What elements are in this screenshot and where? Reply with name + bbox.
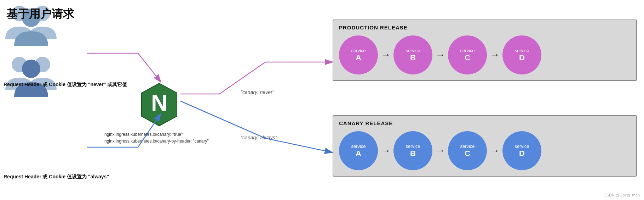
production-service-b-label: service: [406, 48, 420, 53]
canary-service-d: service D: [502, 131, 541, 170]
svg-text:N: N: [151, 90, 167, 116]
production-service-d-letter: D: [519, 53, 525, 62]
canary-service-b-letter: B: [410, 149, 416, 158]
production-service-c: service C: [448, 35, 487, 74]
production-services-row: service A → service B → service C → serv…: [339, 35, 631, 74]
nginx-annotation-1: nginx.ingress.kubernetes.io/canary: "tru…: [104, 131, 209, 138]
production-release-title: PRODUCTION RELEASE: [339, 24, 631, 30]
production-service-d-label: service: [514, 48, 529, 53]
canary-service-d-letter: D: [519, 149, 525, 158]
canary-service-c-label: service: [460, 144, 475, 149]
production-service-d: service D: [502, 35, 541, 74]
canary-service-d-label: service: [514, 144, 529, 149]
canary-release-box: CANARY RELEASE service A → service B → s…: [333, 115, 637, 177]
arrow-2: →: [435, 49, 445, 61]
nginx-icon: N: [138, 82, 180, 128]
canary-service-b-label: service: [406, 144, 420, 149]
nginx-annotation-2: nginx.ingress.kubernetes.io/canary-by-he…: [104, 138, 209, 145]
production-service-c-label: service: [460, 48, 475, 53]
canary-service-a-label: service: [351, 144, 366, 149]
page-title: 基于用户请求: [6, 6, 74, 22]
label-bottom: Request Header 或 Cookie 值设置为 "always": [4, 174, 109, 180]
svg-point-5: [22, 60, 40, 78]
canary-arrow-3: →: [490, 145, 500, 156]
canary-arrow-1: →: [381, 145, 391, 156]
arrow-1: →: [381, 49, 391, 61]
production-service-a: service A: [339, 35, 378, 74]
canary-service-c-letter: C: [465, 149, 470, 158]
production-service-a-label: service: [351, 48, 366, 53]
canary-service-a: service A: [339, 131, 378, 170]
label-top: Request Header 或 Cookie 值设置为 "never" 或其它…: [4, 82, 127, 88]
canary-services-row: service A → service B → service C → serv…: [339, 131, 631, 170]
canary-always-annotation: "canary: always": [241, 135, 277, 140]
production-service-b: service B: [393, 35, 432, 74]
canary-service-b: service B: [393, 131, 432, 170]
watermark: CSDN @Going_man: [604, 193, 640, 197]
production-release-box: PRODUCTION RELEASE service A → service B…: [333, 20, 637, 81]
production-service-b-letter: B: [410, 53, 416, 62]
canary-release-title: CANARY RELEASE: [339, 120, 631, 126]
canary-service-a-letter: A: [356, 149, 361, 158]
arrow-3: →: [490, 49, 500, 61]
canary-service-c: service C: [448, 131, 487, 170]
canary-never-annotation: "canary: never": [241, 89, 274, 95]
canary-arrow-2: →: [435, 145, 445, 156]
nginx-annotations: nginx.ingress.kubernetes.io/canary: "tru…: [104, 131, 209, 145]
production-service-a-letter: A: [356, 53, 361, 62]
production-service-c-letter: C: [465, 53, 470, 62]
